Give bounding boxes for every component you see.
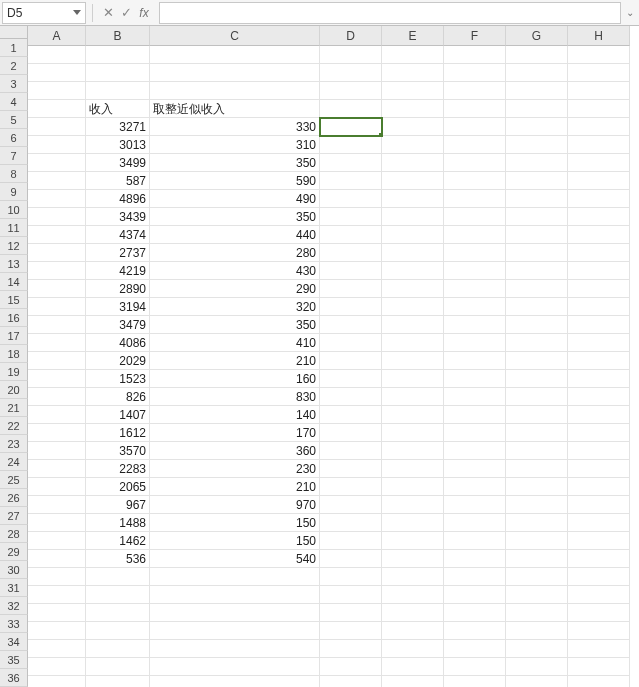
cell-C4[interactable]: 取整近似收入	[150, 100, 320, 118]
cell-H25[interactable]	[568, 478, 630, 496]
cell-G35[interactable]	[506, 658, 568, 676]
cell-F18[interactable]	[444, 352, 506, 370]
cell-H23[interactable]	[568, 442, 630, 460]
cell-G16[interactable]	[506, 316, 568, 334]
cell-F23[interactable]	[444, 442, 506, 460]
cell-H5[interactable]	[568, 118, 630, 136]
row-header-30[interactable]: 30	[0, 561, 28, 579]
row-header-23[interactable]: 23	[0, 435, 28, 453]
cell-H16[interactable]	[568, 316, 630, 334]
cell-H14[interactable]	[568, 280, 630, 298]
cell-E32[interactable]	[382, 604, 444, 622]
cell-G3[interactable]	[506, 82, 568, 100]
cell-F6[interactable]	[444, 136, 506, 154]
row-header-36[interactable]: 36	[0, 669, 28, 687]
cell-D25[interactable]	[320, 478, 382, 496]
cell-G28[interactable]	[506, 532, 568, 550]
cell-E10[interactable]	[382, 208, 444, 226]
cell-A13[interactable]	[28, 262, 86, 280]
row-header-25[interactable]: 25	[0, 471, 28, 489]
cell-B21[interactable]: 1407	[86, 406, 150, 424]
cell-F1[interactable]	[444, 46, 506, 64]
row-header-20[interactable]: 20	[0, 381, 28, 399]
cell-E7[interactable]	[382, 154, 444, 172]
cell-C15[interactable]: 320	[150, 298, 320, 316]
cell-B18[interactable]: 2029	[86, 352, 150, 370]
cell-D4[interactable]	[320, 100, 382, 118]
cell-A20[interactable]	[28, 388, 86, 406]
cell-G34[interactable]	[506, 640, 568, 658]
cell-H36[interactable]	[568, 676, 630, 687]
cell-B22[interactable]: 1612	[86, 424, 150, 442]
cell-E1[interactable]	[382, 46, 444, 64]
cell-G12[interactable]	[506, 244, 568, 262]
cell-A23[interactable]	[28, 442, 86, 460]
row-header-16[interactable]: 16	[0, 309, 28, 327]
cell-C31[interactable]	[150, 586, 320, 604]
row-header-8[interactable]: 8	[0, 165, 28, 183]
cell-F33[interactable]	[444, 622, 506, 640]
cell-E9[interactable]	[382, 190, 444, 208]
cell-B16[interactable]: 3479	[86, 316, 150, 334]
cell-B31[interactable]	[86, 586, 150, 604]
cell-G7[interactable]	[506, 154, 568, 172]
cell-A32[interactable]	[28, 604, 86, 622]
cell-A4[interactable]	[28, 100, 86, 118]
cell-B28[interactable]: 1462	[86, 532, 150, 550]
cell-C35[interactable]	[150, 658, 320, 676]
cell-H10[interactable]	[568, 208, 630, 226]
cell-C11[interactable]: 440	[150, 226, 320, 244]
row-header-24[interactable]: 24	[0, 453, 28, 471]
cell-F35[interactable]	[444, 658, 506, 676]
cell-G22[interactable]	[506, 424, 568, 442]
cell-G20[interactable]	[506, 388, 568, 406]
cell-H32[interactable]	[568, 604, 630, 622]
cell-B35[interactable]	[86, 658, 150, 676]
cell-H29[interactable]	[568, 550, 630, 568]
cell-F7[interactable]	[444, 154, 506, 172]
cell-D21[interactable]	[320, 406, 382, 424]
cell-G23[interactable]	[506, 442, 568, 460]
cell-B14[interactable]: 2890	[86, 280, 150, 298]
cell-E14[interactable]	[382, 280, 444, 298]
row-header-27[interactable]: 27	[0, 507, 28, 525]
cell-G11[interactable]	[506, 226, 568, 244]
cell-F31[interactable]	[444, 586, 506, 604]
cell-C9[interactable]: 490	[150, 190, 320, 208]
cell-F25[interactable]	[444, 478, 506, 496]
cell-F2[interactable]	[444, 64, 506, 82]
cell-C5[interactable]: 330	[150, 118, 320, 136]
cell-B27[interactable]: 1488	[86, 514, 150, 532]
cell-E4[interactable]	[382, 100, 444, 118]
cell-D29[interactable]	[320, 550, 382, 568]
fx-icon[interactable]: fx	[135, 6, 153, 20]
cell-D33[interactable]	[320, 622, 382, 640]
cell-C29[interactable]: 540	[150, 550, 320, 568]
cell-D9[interactable]	[320, 190, 382, 208]
cell-F10[interactable]	[444, 208, 506, 226]
cell-B8[interactable]: 587	[86, 172, 150, 190]
column-header-B[interactable]: B	[86, 26, 150, 46]
cell-D14[interactable]	[320, 280, 382, 298]
cell-E19[interactable]	[382, 370, 444, 388]
row-header-15[interactable]: 15	[0, 291, 28, 309]
cell-E21[interactable]	[382, 406, 444, 424]
row-header-5[interactable]: 5	[0, 111, 28, 129]
cell-B1[interactable]	[86, 46, 150, 64]
cell-D30[interactable]	[320, 568, 382, 586]
cell-F9[interactable]	[444, 190, 506, 208]
cell-H3[interactable]	[568, 82, 630, 100]
cell-E16[interactable]	[382, 316, 444, 334]
cell-H11[interactable]	[568, 226, 630, 244]
cell-H30[interactable]	[568, 568, 630, 586]
cell-C8[interactable]: 590	[150, 172, 320, 190]
cell-G4[interactable]	[506, 100, 568, 118]
cell-A25[interactable]	[28, 478, 86, 496]
cell-G27[interactable]	[506, 514, 568, 532]
cell-E29[interactable]	[382, 550, 444, 568]
row-header-19[interactable]: 19	[0, 363, 28, 381]
cell-C23[interactable]: 360	[150, 442, 320, 460]
cell-C25[interactable]: 210	[150, 478, 320, 496]
row-header-28[interactable]: 28	[0, 525, 28, 543]
cell-F22[interactable]	[444, 424, 506, 442]
